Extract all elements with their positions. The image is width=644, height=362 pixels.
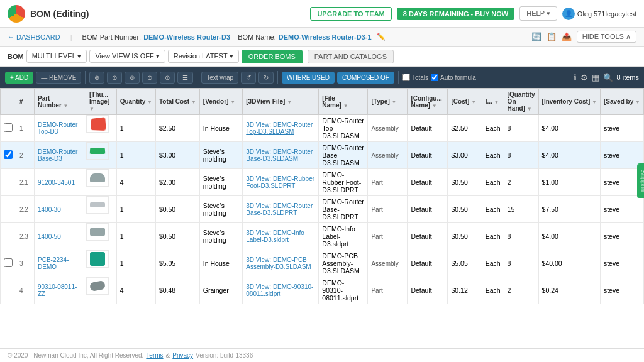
tool-icon-2[interactable]: ⊙ bbox=[125, 72, 140, 84]
text-wrap-button[interactable]: Text wrap bbox=[201, 72, 238, 84]
top-header: BOM (Editing) UPGRADE TO TEAM 8 DAYS REM… bbox=[0, 0, 644, 28]
composed-of-button[interactable]: COMPOSED OF bbox=[337, 72, 394, 84]
multi-level-button[interactable]: MULTI-LEVEL ▾ bbox=[26, 50, 87, 63]
row-select-cell[interactable] bbox=[1, 115, 16, 142]
footer-privacy-link[interactable]: Privacy bbox=[172, 352, 193, 359]
part-number-cell[interactable]: 1400-50 bbox=[35, 223, 86, 250]
qty-on-hand-cell: 8 bbox=[504, 223, 538, 250]
part-catalogs-tab[interactable]: PART AND CATALOGS bbox=[308, 50, 394, 63]
redo-button[interactable]: ↻ bbox=[258, 72, 274, 84]
col-image[interactable]: [Thu...Image] ▼ bbox=[86, 89, 117, 115]
col-cost[interactable]: [Cost] ▼ bbox=[448, 89, 482, 115]
qty-on-hand-cell: 8 bbox=[504, 115, 538, 142]
col-total-cost[interactable]: Total Cost ▼ bbox=[155, 89, 199, 115]
column-settings-icon[interactable]: ▦ bbox=[592, 73, 599, 82]
row-checkbox[interactable] bbox=[4, 150, 13, 159]
col-saved-by[interactable]: [Saved by ▼ bbox=[600, 89, 643, 115]
menu-icon-button[interactable]: ☰ bbox=[177, 72, 193, 84]
table-row[interactable]: 3 PCB-2234-DEMO 1 $5.05 In House 3D View… bbox=[1, 250, 644, 277]
total-cost-cell: $0.48 bbox=[155, 277, 199, 304]
search-icon[interactable]: 🔍 bbox=[603, 73, 613, 82]
type-cell: Assembly bbox=[368, 115, 408, 142]
bom-table-container: # PartNumber ▼ [Thu...Image] ▼ Quantity … bbox=[0, 88, 644, 348]
revision-button[interactable]: Revision LATEST ▾ bbox=[168, 50, 239, 63]
help-button[interactable]: HELP ▾ bbox=[519, 6, 557, 21]
part-number-cell[interactable]: 90310-08011-ZZ bbox=[35, 277, 86, 304]
3dview-file-cell[interactable]: 3D View: DEMO-90310-08011.sldprt bbox=[243, 277, 319, 304]
support-tab[interactable]: Support bbox=[637, 163, 644, 198]
upgrade-button[interactable]: UPGRADE TO TEAM bbox=[310, 7, 391, 21]
3dview-file-cell[interactable]: 3D View: DEMO-Info Label-D3.sldprt bbox=[243, 223, 319, 250]
cost-cell: $3.00 bbox=[448, 142, 482, 169]
col-3dview[interactable]: [3DView File] ▼ bbox=[243, 89, 319, 115]
3dview-file-cell[interactable]: 3D View: DEMO-Rubber Foot-D3.SLDPRT bbox=[243, 169, 319, 196]
part-number-cell[interactable]: DEMO-Router Top-D3 bbox=[35, 115, 86, 142]
inv-cost-cell: $1.00 bbox=[538, 169, 600, 196]
row-select-cell[interactable] bbox=[1, 250, 16, 277]
3dview-file-cell[interactable]: 3D View: DEMO-PCB Assembly-D3.SLDASM bbox=[243, 250, 319, 277]
order-boms-tab[interactable]: ORDER BOMS bbox=[242, 50, 303, 63]
auto-formula-checkbox[interactable] bbox=[431, 74, 438, 81]
tool-icon-4[interactable]: ⊙ bbox=[160, 72, 175, 84]
col-inv-cost[interactable]: [Inventory Cost] ▼ bbox=[538, 89, 600, 115]
table-row[interactable]: 2.3 1400-50 1 $0.50 Steve's molding 3D V… bbox=[1, 223, 644, 250]
uom-cell: Each bbox=[482, 169, 504, 196]
footer-terms-link[interactable]: Terms bbox=[146, 352, 163, 359]
type-cell: Assembly bbox=[368, 142, 408, 169]
col-qty-on-hand[interactable]: [QuantityOn Hand] ▼ bbox=[504, 89, 538, 115]
file-name-cell: DEMO-Router Base-D3.SLDPRT bbox=[319, 196, 368, 223]
col-row-num: # bbox=[16, 89, 35, 115]
col-type[interactable]: [Type] ▼ bbox=[368, 89, 408, 115]
col-quantity[interactable]: Quantity ▼ bbox=[116, 89, 155, 115]
row-select-cell[interactable] bbox=[1, 142, 16, 169]
col-uom[interactable]: I... ▼ bbox=[482, 89, 504, 115]
3dview-file-cell[interactable]: 3D View: DEMO-Router Top-D3.SLDASM bbox=[243, 115, 319, 142]
part-number-cell[interactable]: PCB-2234-DEMO bbox=[35, 250, 86, 277]
config-cell: Default bbox=[408, 169, 448, 196]
undo-button[interactable]: ↺ bbox=[241, 72, 256, 84]
table-row[interactable]: 4 90310-08011-ZZ 4 $0.48 Grainger 3D Vie… bbox=[1, 277, 644, 304]
add-button[interactable]: + ADD bbox=[5, 72, 33, 84]
sync-icon[interactable]: 🔄 bbox=[531, 32, 541, 41]
table-row[interactable]: 1 DEMO-Router Top-D3 1 $2.50 In House 3D… bbox=[1, 115, 644, 142]
share-icon[interactable]: 📤 bbox=[562, 32, 572, 41]
remove-button[interactable]: — REMOVE bbox=[36, 72, 81, 84]
dashboard-link[interactable]: ← DASHBOARD bbox=[8, 33, 60, 41]
file-name-cell: DEMO-Rubber Foot-D3.SLDPRT bbox=[319, 169, 368, 196]
col-vendor[interactable]: [Vendor] ▼ bbox=[199, 89, 242, 115]
3dview-file-cell[interactable]: 3D View: DEMO-Router Base-D3.SLDPRT bbox=[243, 196, 319, 223]
thumbnail-cell bbox=[86, 169, 109, 187]
part-number-cell[interactable]: 1400-30 bbox=[35, 196, 86, 223]
row-checkbox[interactable] bbox=[4, 123, 13, 132]
table-row[interactable]: 2.1 91200-34501 4 $2.00 Steve's molding … bbox=[1, 169, 644, 196]
uom-cell: Each bbox=[482, 115, 504, 142]
part-number-cell[interactable]: 91200-34501 bbox=[35, 169, 86, 196]
part-number-cell[interactable]: DEMO-Router Base-D3 bbox=[35, 142, 86, 169]
bom-label: BOM bbox=[8, 53, 24, 60]
buy-now-button[interactable]: 8 DAYS REMAINING - BUY NOW bbox=[397, 8, 514, 20]
auto-formula-label: Auto formula bbox=[440, 74, 476, 81]
vendor-cell: Steve's molding bbox=[199, 142, 242, 169]
col-config[interactable]: [Configu...Name] ▼ bbox=[408, 89, 448, 115]
hide-tools-button[interactable]: HIDE TOOLS ∧ bbox=[577, 31, 636, 43]
col-file-name[interactable]: [FileName] ▼ bbox=[319, 89, 368, 115]
row-checkbox[interactable] bbox=[4, 258, 13, 267]
table-row[interactable]: 2 DEMO-Router Base-D3 1 $3.00 Steve's mo… bbox=[1, 142, 644, 169]
tool-icon-1[interactable]: ⊙ bbox=[107, 72, 122, 84]
user-menu[interactable]: 👤 Oleg 571legacytest bbox=[562, 8, 636, 20]
3dview-file-cell[interactable]: 3D View: DEMO-Router Base-D3.SLDASM bbox=[243, 142, 319, 169]
info-icon[interactable]: ℹ bbox=[574, 73, 577, 82]
view-button[interactable]: View VIEW IS OFF ▾ bbox=[89, 50, 165, 63]
indent-button[interactable]: ⊕ bbox=[89, 72, 104, 84]
row-number: 2.2 bbox=[16, 196, 35, 223]
edit-icon[interactable]: ✏️ bbox=[377, 33, 386, 41]
where-used-button[interactable]: WHERE USED bbox=[282, 72, 335, 84]
copy-icon[interactable]: 📋 bbox=[547, 32, 557, 41]
tool-icon-3[interactable]: ⊙ bbox=[142, 72, 157, 84]
totals-checkbox[interactable] bbox=[402, 74, 410, 81]
row-number: 4 bbox=[16, 277, 35, 304]
col-part-number[interactable]: PartNumber ▼ bbox=[35, 89, 86, 115]
table-row[interactable]: 2.2 1400-30 1 $0.50 Steve's molding 3D V… bbox=[1, 196, 644, 223]
row-number: 1 bbox=[16, 115, 35, 142]
filter-icon[interactable]: ⚙ bbox=[580, 73, 588, 82]
